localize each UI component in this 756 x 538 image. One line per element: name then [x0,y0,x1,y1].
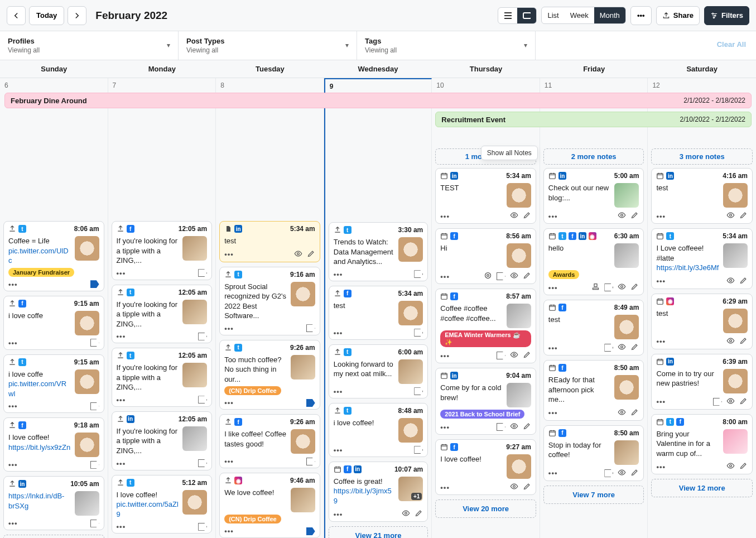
post-card[interactable]: t8:48 ami love coffee!••• [329,403,428,457]
tag-icon[interactable] [90,339,99,347]
post-card[interactable]: ◉9:46 amWe love coffee!(CN) Drip Coffee•… [219,473,320,538]
post-menu-button[interactable]: ••• [334,387,343,396]
edit-icon[interactable] [523,422,531,432]
view-more-button[interactable]: View 12 more [651,479,753,497]
post-card[interactable]: in10:05 amhttps://lnkd.in/dB-brSXg••• [3,476,104,530]
preview-icon[interactable] [726,462,735,472]
post-card[interactable]: f9:27 amI love coffee!••• [435,439,536,495]
tag-icon[interactable] [497,352,505,359]
post-menu-button[interactable]: ••• [117,269,126,277]
post-menu-button[interactable]: ••• [224,250,234,258]
tag-icon[interactable] [306,527,315,535]
tag-icon[interactable] [306,458,315,465]
post-menu-button[interactable]: ••• [440,212,450,220]
edit-icon[interactable] [630,282,639,292]
tag-icon[interactable] [414,270,423,278]
post-card[interactable]: f8:56 amHi••• [435,228,536,284]
campaign-banner-dine[interactable]: February Dine Around 2/1/2022 - 2/18/202… [4,93,752,108]
post-card[interactable]: t5:34 amI Love coffeee! #lattehttps://bi… [651,228,753,289]
more-notes-button[interactable]: 1 more noteShow all Notes [435,148,536,165]
tag-icon[interactable] [90,402,99,410]
post-menu-button[interactable]: ••• [440,272,450,281]
post-menu-button[interactable]: ••• [8,339,18,347]
post-menu-button[interactable]: ••• [548,344,558,352]
view-list[interactable]: List [542,7,564,23]
post-menu-button[interactable]: ••• [548,469,558,477]
tag-icon[interactable] [90,280,99,288]
edit-icon[interactable] [523,482,531,492]
post-menu-button[interactable]: ••• [440,483,450,492]
tag-icon[interactable] [198,269,207,277]
today-button[interactable]: Today [29,6,64,25]
view-month[interactable]: Month [594,7,625,23]
filters-button[interactable]: Filters [704,6,749,25]
preview-icon[interactable] [726,276,735,286]
tag-icon[interactable] [414,329,423,337]
tag-icon[interactable] [90,520,99,527]
post-card[interactable]: in4:16 amtest••• [651,168,753,224]
preview-icon[interactable] [726,211,735,221]
edit-icon[interactable] [739,337,748,347]
post-menu-button[interactable]: ••• [334,270,343,278]
post-card[interactable]: f8:57 amCoffee #coffee #coffee #coffee..… [435,289,536,363]
post-menu-button[interactable]: ••• [548,212,558,220]
more-menu-button[interactable]: ••• [630,6,652,25]
edit-icon[interactable] [630,468,639,478]
target-icon[interactable] [484,271,492,281]
preview-icon[interactable] [618,343,626,353]
post-card[interactable]: f8:50 amStop in today for coffee!••• [543,425,644,481]
share-button[interactable]: Share [656,6,700,25]
edit-icon[interactable] [307,249,315,260]
view-more-button[interactable]: View 12 more [3,535,104,538]
post-menu-button[interactable]: ••• [440,423,450,431]
post-menu-button[interactable]: ••• [117,396,126,404]
post-menu-button[interactable]: ••• [8,402,18,410]
post-menu-button[interactable]: ••• [656,463,666,471]
view-more-button[interactable]: View 20 more [435,499,536,518]
post-card[interactable]: in5:34 amTEST••• [435,168,536,224]
tag-icon[interactable] [90,461,99,469]
edit-icon[interactable] [739,276,748,286]
preview-icon[interactable] [294,249,302,260]
post-card[interactable]: in5:34 amtest••• [219,221,320,262]
preview-icon[interactable] [618,408,626,418]
post-link[interactable]: pic.twitter.com/5aZl9 [117,500,179,518]
edit-icon[interactable] [523,211,531,221]
post-card[interactable]: f12:05 amIf you're looking for a tipple … [112,221,213,280]
post-link[interactable]: https://bit.ly/3Je6Mf [656,263,719,272]
post-card[interactable]: f9:15 ami love coffe••• [3,296,104,350]
preview-icon[interactable] [726,397,735,407]
more-notes-button[interactable]: 3 more notes [651,148,753,165]
post-menu-button[interactable]: ••• [440,352,450,360]
edit-icon[interactable] [523,271,531,281]
tag-icon[interactable] [198,396,207,404]
post-menu-button[interactable]: ••• [224,324,234,333]
post-menu-button[interactable]: ••• [656,277,666,285]
tag-icon[interactable] [604,344,613,352]
edit-icon[interactable] [415,509,423,519]
tag-icon[interactable] [414,446,423,454]
post-menu-button[interactable]: ••• [656,337,666,345]
tag-icon[interactable] [604,284,613,291]
post-menu-button[interactable]: ••• [8,519,18,527]
preview-icon[interactable] [510,271,518,281]
preview-icon[interactable] [510,211,518,221]
post-card[interactable]: tfin◉6:30 amhelloAwards••• [543,228,644,295]
clear-all-button[interactable]: Clear All [707,31,756,60]
post-card[interactable]: in9:04 amCome by for a cold brew!2021 Ba… [435,368,536,435]
preview-icon[interactable] [618,468,626,478]
post-menu-button[interactable]: ••• [334,510,343,518]
edit-icon[interactable] [739,397,748,407]
post-card[interactable]: fin10:07 amCoffee is great!https://bit.l… [329,462,428,522]
post-card[interactable]: t9:26 amToo much coffee? No such thing i… [219,340,320,410]
post-menu-button[interactable]: ••• [334,446,343,454]
post-menu-button[interactable]: ••• [548,284,558,292]
tag-icon[interactable] [713,398,722,406]
tag-icon[interactable] [414,387,423,395]
post-card[interactable]: t5:12 amI love coffee!pic.twitter.com/5a… [112,475,213,534]
view-week[interactable]: Week [565,7,594,23]
post-card[interactable]: t8:06 amCoffee = Lifepic.twitter.com/UlD… [3,221,104,291]
post-link[interactable]: pic.twitter.com/VRwl [8,380,66,398]
post-card[interactable]: in6:39 amCome in to try our new pastries… [651,354,753,410]
view-more-button[interactable]: View 21 more [329,526,428,538]
